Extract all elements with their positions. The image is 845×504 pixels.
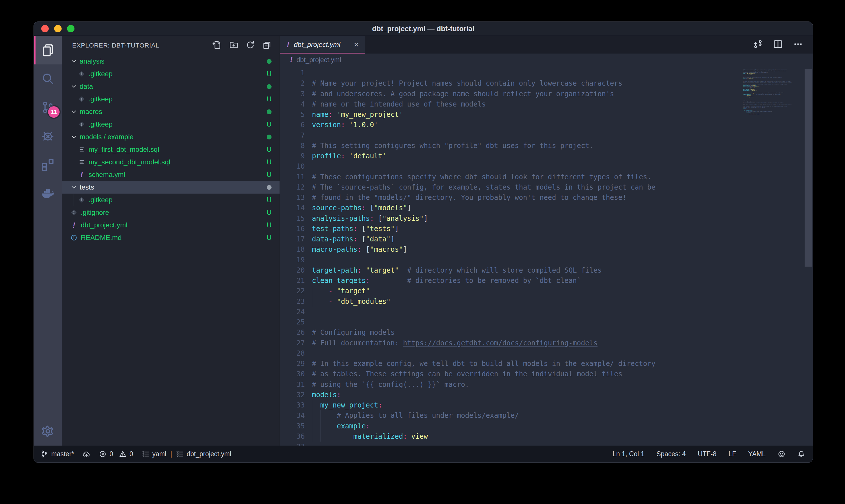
zoom-window-button[interactable] xyxy=(67,25,74,32)
minimize-window-button[interactable] xyxy=(54,25,61,32)
line-content: # This setting configures which "profile… xyxy=(305,141,743,151)
code-line[interactable]: 1 xyxy=(280,68,743,78)
tree-item-my-second-dbt-model-sql[interactable]: my_second_dbt_model.sqlU xyxy=(62,156,280,168)
code-line[interactable]: 11# These configurations specify where d… xyxy=(280,172,743,182)
code-line[interactable]: 22 - "target" xyxy=(280,286,743,296)
new-file-icon[interactable] xyxy=(213,40,222,51)
tab-close-icon[interactable]: × xyxy=(353,40,359,49)
code-line[interactable]: 29# In this example config, we tell dbt … xyxy=(280,359,743,369)
tree-item-analysis[interactable]: analysis xyxy=(62,55,280,68)
code-line[interactable]: 4# name or the intended use of these mod… xyxy=(280,99,743,109)
refresh-icon[interactable] xyxy=(246,40,255,51)
code-line[interactable]: 21clean-targets: # directories to be rem… xyxy=(280,275,743,286)
titlebar: dbt_project.yml — dbt-tutorial xyxy=(34,22,813,36)
dbt-lang-indicator[interactable]: yaml | dbt_project.yml xyxy=(142,450,231,458)
code-line[interactable]: 15analysis-paths: ["analysis"] xyxy=(280,213,743,224)
tree-item--gitignore[interactable]: .gitignoreU xyxy=(62,206,280,219)
code-line[interactable]: 14source-paths: ["models"] xyxy=(280,203,743,213)
code-line[interactable]: 17data-paths: ["data"] xyxy=(280,234,743,244)
language-mode[interactable]: YAML xyxy=(748,450,766,458)
minimap[interactable]: # Name your project! Project names shoul… xyxy=(743,66,804,446)
code-line[interactable]: 2# Name your project! Project names shou… xyxy=(280,78,743,89)
code-line[interactable]: 16test-paths: ["tests"] xyxy=(280,224,743,234)
new-folder-icon[interactable] xyxy=(229,40,238,51)
tree-item-label: README.md xyxy=(81,234,267,242)
code-line[interactable]: 19 xyxy=(280,255,743,265)
code-line[interactable]: 13# found in the "models/" directory. Yo… xyxy=(280,193,743,203)
collapse-all-icon[interactable] xyxy=(263,40,272,51)
code-line[interactable]: 30# as tables. These settings can be ove… xyxy=(280,369,743,379)
problems-indicator[interactable]: 0 0 xyxy=(99,450,133,458)
code-line[interactable]: 8# This setting configures which "profil… xyxy=(280,141,743,151)
split-editor-icon[interactable] xyxy=(773,39,783,50)
code-line[interactable]: 36 materialized: view xyxy=(280,431,743,442)
tree-item-dbt-project-yml[interactable]: !dbt_project.ymlU xyxy=(62,219,280,231)
code-line[interactable]: 9profile: 'default' xyxy=(280,151,743,161)
more-actions-icon[interactable] xyxy=(793,39,803,50)
code-line[interactable]: 3# and underscores. A good package name … xyxy=(280,89,743,99)
tree-item-readme-md[interactable]: README.mdU xyxy=(62,231,280,244)
activity-item-docker[interactable] xyxy=(34,179,62,208)
code-line[interactable]: 33 my_new_project: xyxy=(280,400,743,410)
indentation-indicator[interactable]: Spaces: 4 xyxy=(657,450,686,458)
code-line[interactable]: 24 xyxy=(280,307,743,317)
line-number: 10 xyxy=(280,161,305,172)
tree-item--gitkeep[interactable]: .gitkeepU xyxy=(62,194,280,206)
code-line[interactable]: 31# using the `{{ config(...) }}` macro. xyxy=(280,379,743,390)
scrollbar-thumb[interactable] xyxy=(805,69,812,267)
activity-item-explorer[interactable] xyxy=(34,36,62,65)
code-line[interactable]: 18macro-paths: ["macros"] xyxy=(280,244,743,255)
close-window-button[interactable] xyxy=(41,25,49,32)
code-line[interactable]: 6version: '1.0.0' xyxy=(280,120,743,130)
feedback-smiley-icon[interactable] xyxy=(778,450,786,458)
tree-item-tests[interactable]: tests xyxy=(62,181,280,194)
tab-dbt-project-yml[interactable]: ! dbt_project.yml × xyxy=(280,36,365,54)
activity-item-extensions[interactable] xyxy=(34,150,62,179)
git-branch-indicator[interactable]: master* xyxy=(41,450,74,458)
code-line[interactable]: 5name: 'my_new_project' xyxy=(280,109,743,120)
activity-item-search[interactable] xyxy=(34,65,62,93)
code-line[interactable]: 37 xyxy=(280,442,743,446)
open-changes-icon[interactable] xyxy=(753,39,763,50)
tree-item-models-example[interactable]: models / example xyxy=(62,130,280,143)
notifications-bell-icon[interactable] xyxy=(797,450,805,458)
line-content: clean-targets: # directories to be remov… xyxy=(305,275,743,286)
eol-indicator[interactable]: LF xyxy=(729,450,736,458)
activity-item-debug[interactable] xyxy=(34,122,62,150)
line-number: 29 xyxy=(280,359,305,369)
line-number: 20 xyxy=(280,265,305,275)
git-modified-dot-badge xyxy=(267,134,272,140)
code-line[interactable]: 10 xyxy=(280,161,743,172)
activity-item-source-control[interactable]: 11 xyxy=(34,93,62,122)
tree-item-data[interactable]: data xyxy=(62,80,280,93)
sync-changes-button[interactable] xyxy=(83,450,90,458)
code-line[interactable]: 12# The `source-paths` config, for examp… xyxy=(280,182,743,193)
code-line[interactable]: 26# Configuring models xyxy=(280,327,743,338)
line-number: 6 xyxy=(280,120,305,130)
code-line[interactable]: 28 xyxy=(280,348,743,359)
code-line[interactable]: 23 - "dbt_modules" xyxy=(280,296,743,307)
tree-item-label: tests xyxy=(79,183,267,191)
tree-item-schema-yml[interactable]: !schema.ymlU xyxy=(62,168,280,181)
code-line[interactable]: 32models: xyxy=(280,390,743,400)
tree-item-my-first-dbt-model-sql[interactable]: my_first_dbt_model.sqlU xyxy=(62,143,280,156)
editor-actions xyxy=(753,36,813,54)
tree-item--gitkeep[interactable]: .gitkeepU xyxy=(62,93,280,105)
code-line[interactable]: 7 xyxy=(280,130,743,141)
line-number: 7 xyxy=(280,130,305,141)
tree-item-label: .gitkeep xyxy=(89,95,267,103)
code-line[interactable]: 35 example: xyxy=(280,421,743,431)
cursor-position[interactable]: Ln 1, Col 1 xyxy=(613,450,645,458)
tree-item--gitkeep[interactable]: .gitkeepU xyxy=(62,68,280,80)
code-line[interactable]: 27# Full documentation: https://docs.get… xyxy=(280,338,743,348)
indent-guide xyxy=(312,296,312,307)
activity-item-settings[interactable] xyxy=(34,417,62,446)
tree-item--gitkeep[interactable]: .gitkeepU xyxy=(62,118,280,130)
code-editor[interactable]: 12# Name your project! Project names sho… xyxy=(280,66,813,446)
breadcrumb[interactable]: ! dbt_project.yml xyxy=(280,54,813,66)
code-line[interactable]: 34 # Applies to all files under models/e… xyxy=(280,410,743,421)
code-line[interactable]: 20target-path: "target" # directory whic… xyxy=(280,265,743,275)
tree-item-macros[interactable]: macros xyxy=(62,105,280,118)
encoding-indicator[interactable]: UTF-8 xyxy=(698,450,716,458)
code-line[interactable]: 25 xyxy=(280,317,743,327)
